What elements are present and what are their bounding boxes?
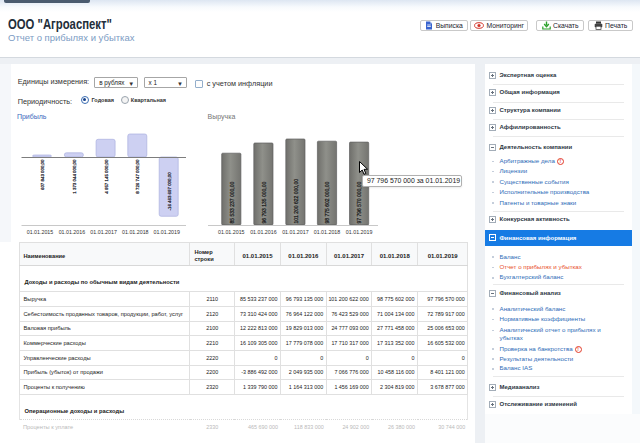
svg-text:8 726 747 000,00: 8 726 747 000,00 [135, 159, 140, 194]
svg-text:01.01.2016: 01.01.2016 [250, 229, 277, 235]
svg-text:01.01.2019: 01.01.2019 [346, 229, 373, 235]
svg-text:1 373 044 000,00: 1 373 044 000,00 [72, 159, 77, 194]
svg-text:-16 463 697 000,00: -16 463 697 000,00 [167, 172, 172, 211]
svg-text:01.01.2018: 01.01.2018 [314, 229, 341, 235]
svg-text:96 793 135 000,00: 96 793 135 000,00 [261, 182, 267, 224]
svg-text:01.01.2016: 01.01.2016 [59, 229, 86, 235]
svg-text:01.01.2015: 01.01.2015 [27, 229, 54, 235]
svg-text:101 200 622 000,00: 101 200 622 000,00 [293, 179, 299, 224]
svg-text:97 796 570 000,00: 97 796 570 000,00 [356, 182, 362, 224]
svg-text:01.01.2015: 01.01.2015 [218, 229, 245, 235]
svg-text:4 957 145 000,00: 4 957 145 000,00 [104, 159, 109, 194]
svg-text:01.01.2017: 01.01.2017 [90, 229, 117, 235]
svg-text:Выручка: Выручка [208, 113, 236, 121]
svg-text:98 775 602 000,00: 98 775 602 000,00 [324, 182, 330, 224]
svg-text:01.01.2018: 01.01.2018 [122, 229, 149, 235]
svg-text:85 533 237 000,00: 85 533 237 000,00 [229, 182, 235, 224]
svg-text:01.01.2019: 01.01.2019 [153, 229, 180, 235]
svg-text:01.01.2017: 01.01.2017 [282, 229, 309, 235]
svg-text:Прибыль: Прибыль [17, 113, 47, 121]
svg-text:607 843 000,00: 607 843 000,00 [40, 159, 45, 190]
